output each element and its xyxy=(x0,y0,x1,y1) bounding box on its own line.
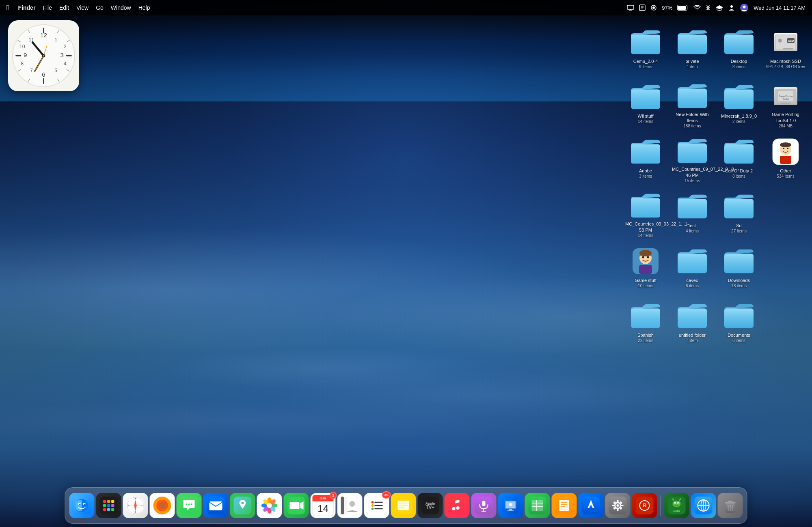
icon-cemu[interactable]: Cemu_2.0-4 9 items xyxy=(623,24,668,77)
other-icon-img xyxy=(771,137,800,166)
pages-icon xyxy=(555,497,573,514)
svg-point-195 xyxy=(617,504,619,507)
icon-mc-countries-2[interactable]: MC_Countries_09_03_22_1...1-58 PM 14 ite… xyxy=(623,189,668,241)
reminders-icon xyxy=(368,497,386,514)
dock-firefox[interactable] xyxy=(150,493,175,518)
window-menu[interactable]: Window xyxy=(111,4,131,11)
file-menu[interactable]: File xyxy=(43,4,52,11)
icon-call-of-duty[interactable]: Call Of Duty 2 8 items xyxy=(717,134,761,187)
dock-calendar[interactable]: JUN 14 1 xyxy=(311,493,336,518)
minecraft-icon-img xyxy=(724,82,754,112)
apple-menu[interactable]:  xyxy=(6,4,9,12)
dock-appletv[interactable]: Apple TV+ xyxy=(418,493,443,518)
icon-game-stuff[interactable]: Game stuff 10 items xyxy=(623,243,668,296)
dock-numbers[interactable] xyxy=(525,493,550,518)
svg-point-131 xyxy=(186,503,188,505)
svg-point-137 xyxy=(242,502,244,504)
folder-svg xyxy=(631,30,660,55)
dock-messages[interactable] xyxy=(177,493,202,518)
svg-point-106 xyxy=(84,504,85,505)
icon-sd[interactable]: Sd 27 items xyxy=(717,189,761,241)
dock-finder[interactable] xyxy=(69,493,95,518)
svg-point-180 xyxy=(509,503,512,506)
dock-launchpad[interactable] xyxy=(96,493,121,518)
datetime: Wed Jun 14 11:17 AM xyxy=(754,5,806,11)
folder-svg5 xyxy=(678,84,707,109)
dock-contacts[interactable] xyxy=(337,493,363,518)
icon-private[interactable]: private 1 item xyxy=(670,24,715,77)
svg-point-39 xyxy=(43,55,45,57)
icon-adobe[interactable]: Adobe 3 items xyxy=(623,134,668,187)
dock-safari[interactable]: N S E W xyxy=(123,493,148,518)
view-menu[interactable]: View xyxy=(76,4,89,11)
svg-text:7: 7 xyxy=(30,68,33,73)
music-icon xyxy=(448,497,466,514)
svg-rect-90 xyxy=(639,265,652,274)
folder-svg12 xyxy=(724,194,754,219)
sd-icon-img xyxy=(724,192,754,221)
folder-svg4 xyxy=(631,84,660,110)
dock-podcasts[interactable] xyxy=(471,493,497,518)
dock-substrata[interactable]: R xyxy=(632,493,657,518)
help-menu[interactable]: Help xyxy=(138,4,150,11)
podcasts-icon xyxy=(475,497,493,514)
svg-rect-66 xyxy=(781,103,790,104)
openweb-icon xyxy=(695,497,713,514)
folder-svg8 xyxy=(678,138,707,163)
folder-svg2 xyxy=(678,30,707,55)
dock-alienpush[interactable]: ALIEN xyxy=(664,493,689,518)
dock-appstore[interactable] xyxy=(579,493,604,518)
sd-label: Sd 27 items xyxy=(731,223,747,234)
svg-rect-187 xyxy=(559,500,569,511)
svg-rect-196 xyxy=(617,500,619,502)
grad-cap-icon xyxy=(715,4,723,11)
icon-minecraft[interactable]: Minecraft_1.8.9_0 2 items xyxy=(717,79,761,132)
folder-svg7 xyxy=(631,139,660,164)
svg-point-160 xyxy=(371,508,374,510)
icon-test[interactable]: test 4 items xyxy=(670,189,715,241)
svg-rect-82 xyxy=(678,199,707,219)
dock-mail[interactable] xyxy=(203,493,229,518)
dock: N S E W xyxy=(65,487,747,524)
svg-text:Game Porting: Game Porting xyxy=(779,95,793,97)
appletv-icon: Apple TV+ xyxy=(421,497,439,514)
icon-untitled[interactable]: untitled folder 1 item xyxy=(670,298,715,351)
svg-rect-43 xyxy=(678,35,707,54)
icon-cavex[interactable]: cavex 6 items xyxy=(670,243,715,296)
mc2-label: MC_Countries_09_03_22_1...1-58 PM 14 ite… xyxy=(625,221,666,238)
icon-other[interactable]: Other 534 items xyxy=(763,134,808,187)
icon-documents[interactable]: Documents 6 items xyxy=(717,298,761,351)
dock-music[interactable] xyxy=(445,493,470,518)
dock-reminders[interactable]: 35 xyxy=(364,493,389,518)
icon-game-porting[interactable]: Game Porting Toolkit Game Porting Toolki… xyxy=(763,79,808,132)
dock-notes[interactable] xyxy=(391,493,416,518)
svg-rect-153 xyxy=(344,497,348,514)
screen-icon xyxy=(627,5,634,11)
icon-downloads[interactable]: Downloads 18 items xyxy=(717,243,761,296)
svg-rect-197 xyxy=(617,509,619,511)
edit-menu[interactable]: Edit xyxy=(59,4,69,11)
dock-trash[interactable] xyxy=(718,493,743,518)
go-menu[interactable]: Go xyxy=(96,4,104,11)
icon-wii-stuff[interactable]: Wii stuff 14 items xyxy=(623,79,668,132)
icon-mc-countries-1[interactable]: MC_Countries_09_07_22_0...0-46 PM 15 ite… xyxy=(670,134,715,187)
svg-point-216 xyxy=(680,499,681,500)
dock-pages[interactable] xyxy=(552,493,577,518)
app-name-menu[interactable]: Finder xyxy=(18,4,36,11)
icon-macintosh-ssd[interactable]: SSD Macintosh SSD 994.7 GB, 38 GB free xyxy=(763,24,808,77)
icon-desktop[interactable]: Desktop 8 items xyxy=(717,24,761,77)
svg-rect-178 xyxy=(509,509,512,510)
svg-rect-98 xyxy=(678,309,707,328)
reminders-badge: 35 xyxy=(382,491,391,499)
clock-widget: 12 3 6 9 1 2 4 5 7 8 10 11 xyxy=(8,20,79,91)
dock-keynote[interactable] xyxy=(498,493,523,518)
svg-point-156 xyxy=(371,501,374,503)
dock-openweb[interactable] xyxy=(691,493,716,518)
adobe-icon-img xyxy=(631,137,660,166)
icon-spanish[interactable]: Spanish 22 items xyxy=(623,298,668,351)
dock-settings[interactable] xyxy=(605,493,631,518)
dock-facetime[interactable] xyxy=(284,493,309,518)
dock-maps[interactable] xyxy=(230,493,255,518)
icon-new-folder[interactable]: New Folder With Items 188 items xyxy=(670,79,715,132)
dock-photos[interactable] xyxy=(257,493,282,518)
